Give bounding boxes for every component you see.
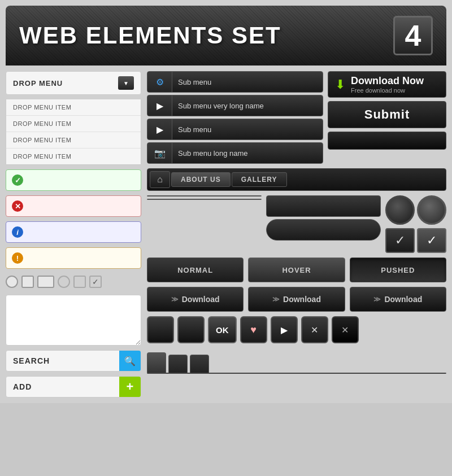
search-button[interactable]: 🔍 bbox=[119, 351, 141, 371]
add-button[interactable]: + bbox=[119, 377, 141, 397]
download-label-1: Download bbox=[182, 295, 220, 304]
oval-button-2[interactable] bbox=[147, 199, 262, 200]
sq-btns-row: OK ♥ ▶ ✕ ✕ bbox=[147, 316, 446, 343]
radio-button-1[interactable] bbox=[6, 276, 18, 288]
submenu-text-4: Sub menu long name bbox=[178, 149, 323, 158]
arrow-button[interactable]: ▶ bbox=[271, 316, 298, 343]
form-controls-row: ✓ bbox=[6, 273, 141, 290]
add-label: ADD bbox=[6, 378, 119, 396]
mid-btns-section: ✓ ✓ bbox=[147, 195, 446, 253]
drop-menu-label: DROP MENU bbox=[13, 79, 63, 88]
download-button-2[interactable]: ≫ Download bbox=[248, 287, 345, 312]
normal-state-button[interactable]: NORMAL bbox=[147, 257, 244, 282]
state-btns-row: NORMAL HOVER PUSHED bbox=[147, 257, 446, 282]
radio-button-2[interactable] bbox=[58, 276, 70, 288]
download-now-button[interactable]: ⬇ Download Now Free download now bbox=[328, 71, 446, 98]
btns-oval-pair-right bbox=[266, 195, 381, 241]
submenu-item-4[interactable]: 📷 Sub menu long name bbox=[147, 142, 323, 164]
main-container: WEB ELEMENTS SET 4 DROP MENU ▼ DROP MENU… bbox=[0, 0, 452, 403]
submit-button[interactable]: Submit bbox=[328, 101, 446, 128]
checks-pair: ✓ ✓ bbox=[385, 228, 446, 253]
play-icon-2: ▶ bbox=[147, 119, 172, 139]
submenu-item-1[interactable]: ⚙ Sub menu bbox=[147, 71, 323, 93]
checkbox-1[interactable] bbox=[21, 276, 34, 288]
sq-button-1[interactable] bbox=[147, 316, 174, 343]
download-label-3: Download bbox=[384, 295, 422, 304]
check-button-1[interactable]: ✓ bbox=[385, 228, 415, 253]
home-nav-button[interactable]: ⌂ bbox=[150, 171, 170, 188]
tab-2[interactable] bbox=[168, 355, 188, 373]
drop-menu-header[interactable]: DROP MENU ▼ bbox=[6, 71, 141, 95]
drop-menu-items: DROP MENU ITEM DROP MENU ITEM DROP MENU … bbox=[6, 99, 141, 165]
check-button-2[interactable]: ✓ bbox=[417, 228, 446, 253]
chevron-down-icon-2: ≫ bbox=[272, 295, 280, 303]
circles-checks-col: ✓ ✓ bbox=[385, 195, 446, 253]
download-button-1[interactable]: ≫ Download bbox=[147, 287, 244, 312]
download-now-text-area: Download Now Free download now bbox=[351, 75, 424, 94]
close-button-2[interactable]: ✕ bbox=[332, 316, 359, 343]
drop-menu-item-2[interactable]: DROP MENU ITEM bbox=[6, 116, 141, 132]
rect-oval-button[interactable] bbox=[266, 219, 381, 241]
camera-icon: 📷 bbox=[147, 143, 172, 163]
success-icon: ✓ bbox=[12, 174, 23, 186]
oval-button-1[interactable] bbox=[147, 195, 262, 196]
download-now-title: Download Now bbox=[351, 75, 424, 87]
toggle-1[interactable] bbox=[37, 276, 54, 288]
play-icon-1: ▶ bbox=[147, 95, 172, 116]
gear-icon: ⚙ bbox=[147, 72, 172, 92]
tab-3[interactable] bbox=[190, 355, 209, 373]
circle-button-1[interactable] bbox=[385, 195, 415, 225]
tab-1[interactable] bbox=[147, 352, 166, 373]
submenus-col: ⚙ Sub menu ▶ Sub menu very long name ▶ S… bbox=[147, 71, 323, 164]
actions-col: ⬇ Download Now Free download now Submit bbox=[328, 71, 446, 164]
tab-content bbox=[147, 373, 446, 374]
header-number: 4 bbox=[393, 16, 433, 55]
alert-success: ✓ bbox=[6, 169, 141, 191]
pushed-state-button[interactable]: PUSHED bbox=[350, 257, 446, 282]
submenu-item-3[interactable]: ▶ Sub menu bbox=[147, 119, 323, 140]
search-label: SEARCH bbox=[6, 352, 119, 370]
left-panel: DROP MENU ▼ DROP MENU ITEM DROP MENU ITE… bbox=[6, 71, 141, 398]
info-icon: i bbox=[12, 226, 23, 238]
checkbox-2[interactable] bbox=[73, 276, 86, 288]
header: WEB ELEMENTS SET 4 bbox=[6, 6, 446, 65]
alert-warning: ! bbox=[6, 247, 141, 269]
textarea[interactable] bbox=[6, 295, 141, 346]
top-right-section: ⚙ Sub menu ▶ Sub menu very long name ▶ S… bbox=[147, 71, 446, 164]
drop-menu-item-1[interactable]: DROP MENU ITEM bbox=[6, 99, 141, 116]
ok-button[interactable]: OK bbox=[208, 316, 237, 343]
hover-state-button[interactable]: HOVER bbox=[248, 257, 345, 282]
checkbox-3[interactable]: ✓ bbox=[89, 276, 102, 288]
drop-menu-item-4[interactable]: DROP MENU ITEM bbox=[6, 149, 141, 164]
alert-info: i bbox=[6, 221, 141, 243]
header-title: WEB ELEMENTS SET bbox=[19, 22, 281, 49]
tabs-section bbox=[147, 350, 446, 374]
download-now-subtitle: Free download now bbox=[351, 87, 424, 94]
submenu-item-2[interactable]: ▶ Sub menu very long name bbox=[147, 95, 323, 116]
rect-button-1[interactable] bbox=[266, 195, 381, 217]
submenu-text-1: Sub menu bbox=[178, 78, 323, 86]
nav-gallery[interactable]: GALLERY bbox=[232, 172, 287, 187]
add-row: ADD + bbox=[6, 376, 141, 398]
nav-about-us[interactable]: ABOUT US bbox=[171, 172, 231, 187]
close-button-1[interactable]: ✕ bbox=[301, 316, 328, 343]
right-panel: ⚙ Sub menu ▶ Sub menu very long name ▶ S… bbox=[147, 71, 446, 398]
submenu-text-2: Sub menu very long name bbox=[178, 102, 323, 110]
download-button-3[interactable]: ≫ Download bbox=[350, 287, 446, 312]
btns-oval-pair-left bbox=[147, 195, 262, 200]
sq-button-2[interactable] bbox=[177, 316, 205, 343]
alert-error: ✕ bbox=[6, 195, 141, 217]
tabs-row bbox=[147, 352, 446, 373]
search-row: SEARCH 🔍 bbox=[6, 350, 141, 372]
download-now-icon: ⬇ bbox=[335, 77, 345, 92]
heart-button[interactable]: ♥ bbox=[240, 316, 267, 343]
download-label-2: Download bbox=[283, 295, 321, 304]
drop-menu-arrow-icon: ▼ bbox=[118, 76, 134, 90]
black-wide-button[interactable] bbox=[328, 132, 446, 150]
error-icon: ✕ bbox=[12, 200, 23, 212]
circle-button-2[interactable] bbox=[417, 195, 446, 225]
submenu-text-3: Sub menu bbox=[178, 125, 323, 134]
warning-icon: ! bbox=[12, 252, 23, 264]
content-area: DROP MENU ▼ DROP MENU ITEM DROP MENU ITE… bbox=[6, 71, 446, 398]
drop-menu-item-3[interactable]: DROP MENU ITEM bbox=[6, 132, 141, 149]
